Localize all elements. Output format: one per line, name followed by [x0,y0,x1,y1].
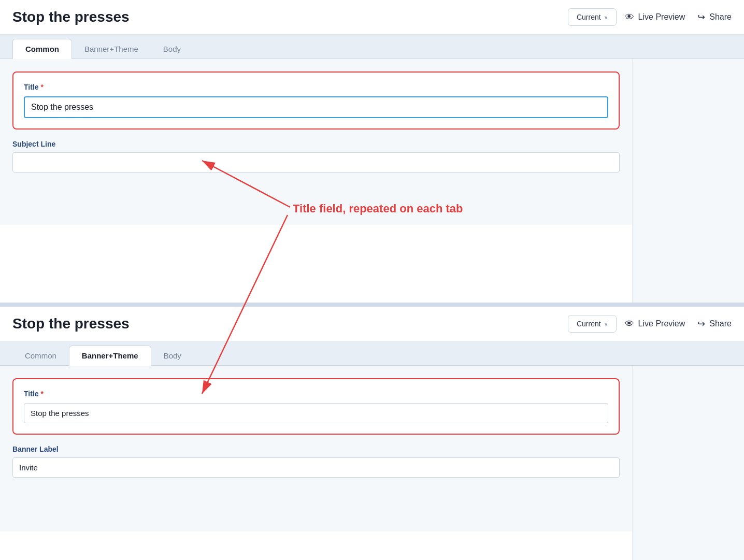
share-icon-bottom [697,318,705,329]
share-label-top: Share [709,12,732,22]
required-star-bottom: * [41,390,44,398]
share-button-bottom[interactable]: Share [697,318,732,329]
chevron-down-icon-bottom: ∨ [604,321,608,327]
tab-body-top[interactable]: Body [151,39,193,59]
page-title-bottom: Stop the presses [12,315,560,332]
current-dropdown-bottom[interactable]: Current ∨ [568,315,617,333]
subject-label-top: Subject Line [12,140,620,148]
tab-common-top[interactable]: Common [12,39,72,59]
tab-common-bottom[interactable]: Common [12,346,69,365]
live-preview-label-top: Live Preview [638,12,685,22]
header-actions-bottom: Live Preview Share [625,318,732,329]
bottom-section: Stop the presses Current ∨ Live Preview … [0,307,744,560]
dropdown-label-bottom: Current [577,320,601,328]
current-dropdown-top[interactable]: Current ∨ [568,8,617,26]
right-panel-bottom [632,366,744,560]
share-button-top[interactable]: Share [697,11,732,23]
page-wrapper: Stop the presses Current ∨ Live Preview … [0,0,744,560]
subject-section-top: Subject Line [12,140,620,173]
eye-icon-bottom [625,319,634,329]
tab-banner-theme-bottom[interactable]: Banner+Theme [69,346,151,366]
banner-section-bottom: Banner Label [12,445,620,478]
eye-icon-top [625,12,634,23]
required-star-top: * [41,83,44,91]
top-main-content: Title * Subject Line [0,59,632,303]
section-divider [0,303,744,307]
tab-banner-theme-top[interactable]: Banner+Theme [72,39,151,59]
tabs-bottom: Common Banner+Theme Body [0,341,744,366]
tabs-top: Common Banner+Theme Body [0,35,744,59]
banner-input-bottom[interactable] [12,457,620,478]
bottom-header: Stop the presses Current ∨ Live Preview … [0,307,744,341]
live-preview-label-bottom: Live Preview [638,319,685,328]
live-preview-button-bottom[interactable]: Live Preview [625,319,685,329]
bottom-content-area: Title * Banner Label [0,366,632,532]
share-icon-top [697,11,705,23]
title-input-bottom[interactable] [24,403,608,423]
share-label-bottom: Share [709,319,732,328]
dropdown-label-top: Current [577,13,601,21]
page-title-top: Stop the presses [12,9,560,25]
right-panel-top [632,59,744,303]
title-field-section-bottom: Title * [12,378,620,435]
title-field-section-top: Title * [12,71,620,130]
chevron-down-icon-top: ∨ [604,15,608,20]
title-input-top[interactable] [24,96,608,118]
subject-input-top[interactable] [12,152,620,173]
top-content-area: Title * Subject Line [0,59,632,225]
bottom-main-content: Title * Banner Label [0,366,632,560]
live-preview-button-top[interactable]: Live Preview [625,12,685,23]
top-section: Stop the presses Current ∨ Live Preview … [0,0,744,303]
top-header: Stop the presses Current ∨ Live Preview … [0,0,744,35]
banner-label-bottom: Banner Label [12,445,620,453]
top-main-content-wrapper: Title * Subject Line [0,59,744,303]
tab-body-bottom[interactable]: Body [151,346,194,365]
header-actions-top: Live Preview Share [625,11,732,23]
title-label-bottom: Title * [24,390,608,398]
bottom-main-content-wrapper: Title * Banner Label [0,366,744,560]
title-label-top: Title * [24,83,608,91]
